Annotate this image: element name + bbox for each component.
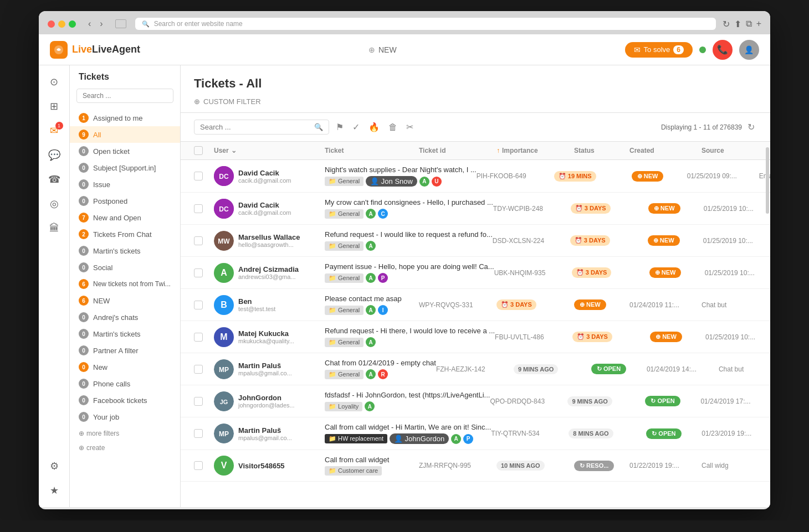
facebook-badge: 0 xyxy=(79,395,89,405)
sidebar-item-martins[interactable]: 0 Martin's tickets xyxy=(70,242,180,259)
sidebar-item-issue[interactable]: 0 Issue xyxy=(70,176,180,193)
row-checkbox-3[interactable] xyxy=(194,268,214,277)
ticket-cell-7: fdsfadsf - Hi JohnGordon, test (https://… xyxy=(325,391,490,411)
select-all-checkbox[interactable] xyxy=(194,146,214,155)
sidebar-item-martins2[interactable]: 0 Martin's tickets xyxy=(70,326,180,342)
table-row[interactable]: MP Martin Paluš mpalus@gmail.co... Call … xyxy=(181,417,770,450)
sidebar-item-postponed[interactable]: 0 Postponed xyxy=(70,193,180,209)
ticket-tags-5: 📁 General A xyxy=(325,337,495,347)
sidebar-icon-grid[interactable]: ⊞ xyxy=(44,96,64,116)
importance-6: 9 MINS AGO xyxy=(514,364,591,374)
pip-button[interactable]: ⧉ xyxy=(746,19,752,29)
table-row[interactable]: B Ben test@test.test Please contact me a… xyxy=(181,289,770,321)
row-checkbox-0[interactable] xyxy=(194,172,214,180)
status-7: ↻ OPEN xyxy=(645,396,700,406)
user-name-0: David Cacik xyxy=(238,169,291,177)
sidebar-item-phone[interactable]: 0 Phone calls xyxy=(70,375,180,392)
sidebar-item-new2[interactable]: 0 New xyxy=(70,359,180,375)
table-row[interactable]: M Matej Kukucka mkukucka@quality... Refu… xyxy=(181,321,770,353)
refresh-button[interactable]: ↻ xyxy=(723,19,730,29)
close-dot[interactable] xyxy=(48,20,55,28)
sidebar-item-open-ticket[interactable]: 0 Open ticket xyxy=(70,143,180,159)
sidebar-item-subject[interactable]: 0 Subject [Support.in] xyxy=(70,159,180,176)
sidebar-icon-phone[interactable]: ☎ xyxy=(44,169,64,189)
sidebar-nav: Tickets 1 Assigned to me 9 All 0 Open ti… xyxy=(70,65,181,507)
sidebar-item-new[interactable]: 6 NEW xyxy=(70,292,180,309)
table-row[interactable]: DC David Cacik cacik.d@gmail.com Night's… xyxy=(181,160,770,193)
user-column-header[interactable]: User ⌄ xyxy=(214,147,325,154)
user-cell-9: V Visitor548655 xyxy=(214,456,325,476)
sidebar-item-new-twi[interactable]: 6 New tickets not from Twi... xyxy=(70,276,180,292)
forward-button[interactable]: › xyxy=(96,18,106,30)
row-checkbox-9[interactable] xyxy=(194,461,214,470)
sidebar-item-assigned[interactable]: 1 Assigned to me xyxy=(70,110,180,126)
user-avatar[interactable]: 👤 xyxy=(739,40,759,60)
header-checkbox[interactable] xyxy=(194,146,203,155)
sidebar-icon-target[interactable]: ◎ xyxy=(44,194,64,214)
sidebar-item-new-open[interactable]: 7 New and Open xyxy=(70,209,180,226)
sidebar-item-yourjob[interactable]: 0 Your job xyxy=(70,409,180,425)
user-email-0: cacik.d@gmail.com xyxy=(238,177,291,184)
sidebar-icon-settings[interactable]: ⚙ xyxy=(44,456,64,476)
sidebar-item-social[interactable]: 0 Social xyxy=(70,259,180,276)
search-submit-icon[interactable]: 🔍 xyxy=(314,123,323,131)
refresh-tickets-button[interactable]: ↻ xyxy=(745,120,757,135)
user-cell-0: DC David Cacik cacik.d@gmail.com xyxy=(214,166,325,186)
ticket-search-input[interactable] xyxy=(200,123,311,131)
row-checkbox-6[interactable] xyxy=(194,365,214,374)
delete-button[interactable]: 🗑 xyxy=(386,120,400,135)
call-button[interactable]: 📞 xyxy=(713,40,733,60)
table-row[interactable]: MP Martin Paluš mpalus@gmail.co... Chat … xyxy=(181,353,770,385)
create-link[interactable]: ⊕ create xyxy=(70,442,180,454)
row-checkbox-8[interactable] xyxy=(194,429,214,438)
row-checkbox-1[interactable] xyxy=(194,204,214,213)
sidebar-item-facebook[interactable]: 0 Facebook tickets xyxy=(70,392,180,409)
importance-8: 8 MINS AGO xyxy=(569,428,646,438)
more-options-button[interactable]: ✂ xyxy=(404,120,416,135)
minimize-dot[interactable] xyxy=(58,20,65,28)
importance-sort-arrow: ↑ xyxy=(496,147,500,154)
sidebar-icon-dashboard[interactable]: ⊙ xyxy=(44,72,64,92)
row-checkbox-2[interactable] xyxy=(194,236,214,245)
table-row[interactable]: V Visitor548655 Call from call widget 📁 … xyxy=(181,450,770,482)
sidebar-icon-star[interactable]: ★ xyxy=(44,481,64,500)
flame-button[interactable]: 🔥 xyxy=(366,120,382,135)
address-bar[interactable]: 🔍 Search or enter website name xyxy=(135,18,716,30)
table-row[interactable]: DC David Cacik cacik.d@gmail.com My crow… xyxy=(181,193,770,225)
row-checkbox-7[interactable] xyxy=(194,397,214,406)
sidebar-search-input[interactable] xyxy=(76,89,173,103)
custom-filter-label[interactable]: CUSTOM FILTER xyxy=(203,97,261,106)
source-col-label: Source xyxy=(702,147,724,154)
add-tab-button[interactable]: + xyxy=(756,19,761,29)
row-checkbox-5[interactable] xyxy=(194,333,214,342)
sidebar-item-partner[interactable]: 0 Partner A filter xyxy=(70,342,180,359)
scrollbar-track[interactable] xyxy=(766,142,769,507)
ticket-tags-8: 📁 HW replacement 👤 JohnGordon A P xyxy=(325,433,491,444)
status-3: ⊕ NEW xyxy=(649,267,705,278)
more-filters-link[interactable]: ⊕ more filters xyxy=(70,425,180,442)
table-row[interactable]: A Andrej Csizmadia andrewcsi03@gma... Pa… xyxy=(181,257,770,289)
flag-button[interactable]: ⚑ xyxy=(334,120,346,135)
table-row[interactable]: JG JohnGordon johngordon@lades... fdsfad… xyxy=(181,385,770,417)
share-button[interactable]: ⬆ xyxy=(734,19,741,29)
to-solve-button[interactable]: ✉ To solve 6 xyxy=(625,42,693,58)
sidebar-item-chat-label: Tickets From Chat xyxy=(93,230,152,239)
sidebar-icon-chat[interactable]: 💬 xyxy=(44,145,64,165)
sidebar-item-andrejs[interactable]: 0 Andrej's chats xyxy=(70,309,180,326)
maximize-dot[interactable] xyxy=(69,20,76,28)
sidebar-item-chat[interactable]: 2 Tickets From Chat xyxy=(70,226,180,242)
check-button[interactable]: ✓ xyxy=(350,120,362,135)
back-button[interactable]: ‹ xyxy=(85,18,94,30)
sidebar-icon-building[interactable]: 🏛 xyxy=(44,218,64,238)
sidebar-item-all[interactable]: 9 All xyxy=(70,126,180,143)
row-checkbox-4[interactable] xyxy=(194,301,214,309)
status-column-header: Status xyxy=(574,147,629,154)
issue-badge: 0 xyxy=(79,179,89,189)
sidebar-item-subject-label: Subject [Support.in] xyxy=(93,164,156,172)
importance-column-header[interactable]: ↑ Importance xyxy=(496,147,574,154)
importance-9: 10 MINS AGO xyxy=(496,461,574,471)
sidebar-icon-email[interactable]: ✉ 1 xyxy=(44,121,64,141)
tag-a-1: A xyxy=(366,209,376,219)
scrollbar-thumb[interactable] xyxy=(766,147,769,214)
table-row[interactable]: MW Marsellus Wallace hello@saasgrowth...… xyxy=(181,225,770,257)
